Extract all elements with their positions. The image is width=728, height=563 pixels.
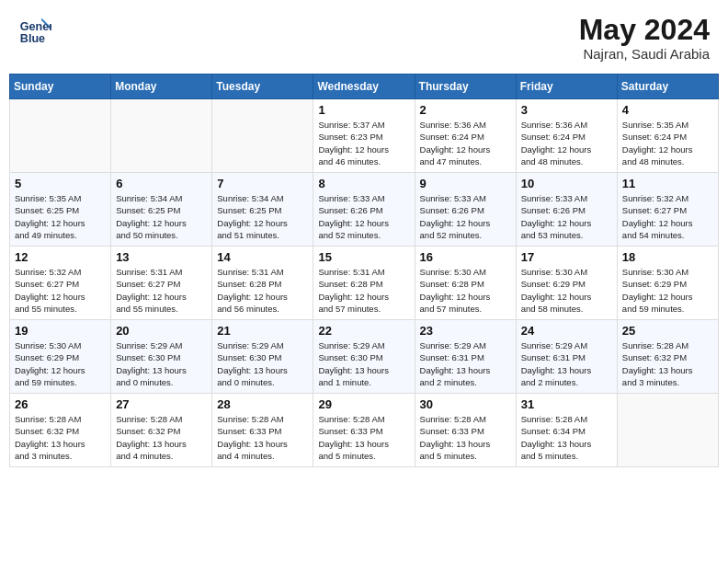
calendar-cell: 18Sunrise: 5:30 AMSunset: 6:29 PMDayligh… — [617, 247, 718, 320]
svg-text:Blue: Blue — [20, 32, 45, 45]
day-info: Sunrise: 5:30 AMSunset: 6:29 PMDaylight:… — [521, 266, 612, 315]
day-number: 16 — [420, 250, 511, 264]
calendar-cell: 24Sunrise: 5:29 AMSunset: 6:31 PMDayligh… — [516, 320, 617, 394]
day-number: 8 — [318, 177, 409, 190]
day-info: Sunrise: 5:30 AMSunset: 6:29 PMDaylight:… — [15, 339, 106, 388]
day-info: Sunrise: 5:34 AMSunset: 6:25 PMDaylight:… — [116, 192, 207, 241]
day-number: 14 — [217, 250, 308, 264]
calendar-cell: 30Sunrise: 5:28 AMSunset: 6:33 PMDayligh… — [415, 394, 516, 467]
location-subtitle: Najran, Saudi Arabia — [579, 46, 710, 62]
day-info: Sunrise: 5:28 AMSunset: 6:33 PMDaylight:… — [420, 413, 511, 462]
calendar-cell: 17Sunrise: 5:30 AMSunset: 6:29 PMDayligh… — [516, 247, 617, 320]
weekday-header-tuesday: Tuesday — [212, 75, 313, 99]
day-info: Sunrise: 5:36 AMSunset: 6:24 PMDaylight:… — [521, 119, 612, 167]
day-number: 20 — [116, 324, 207, 338]
day-number: 7 — [217, 177, 308, 190]
calendar-week-4: 19Sunrise: 5:30 AMSunset: 6:29 PMDayligh… — [10, 320, 719, 394]
day-info: Sunrise: 5:29 AMSunset: 6:30 PMDaylight:… — [116, 339, 207, 388]
weekday-header-monday: Monday — [111, 75, 212, 99]
day-number: 17 — [521, 250, 612, 264]
day-info: Sunrise: 5:29 AMSunset: 6:30 PMDaylight:… — [318, 339, 409, 388]
calendar-cell: 15Sunrise: 5:31 AMSunset: 6:28 PMDayligh… — [313, 247, 415, 320]
calendar-week-5: 26Sunrise: 5:28 AMSunset: 6:32 PMDayligh… — [10, 394, 719, 467]
day-number: 9 — [420, 177, 511, 190]
calendar-cell: 11Sunrise: 5:32 AMSunset: 6:27 PMDayligh… — [617, 173, 718, 247]
day-number: 24 — [521, 324, 612, 338]
calendar-cell: 8Sunrise: 5:33 AMSunset: 6:26 PMDaylight… — [313, 173, 415, 247]
day-info: Sunrise: 5:28 AMSunset: 6:32 PMDaylight:… — [622, 339, 713, 388]
day-info: Sunrise: 5:30 AMSunset: 6:28 PMDaylight:… — [420, 266, 511, 315]
day-number: 2 — [420, 103, 511, 117]
weekday-header-wednesday: Wednesday — [313, 75, 415, 99]
page-header: General Blue May 2024 Najran, Saudi Arab… — [9, 9, 719, 66]
calendar-cell: 25Sunrise: 5:28 AMSunset: 6:32 PMDayligh… — [617, 320, 718, 394]
day-number: 28 — [217, 397, 308, 411]
day-number: 18 — [622, 250, 713, 264]
calendar-cell: 31Sunrise: 5:28 AMSunset: 6:34 PMDayligh… — [516, 394, 617, 467]
day-number: 31 — [521, 397, 612, 411]
day-number: 19 — [15, 324, 106, 338]
calendar-cell: 10Sunrise: 5:33 AMSunset: 6:26 PMDayligh… — [516, 173, 617, 247]
calendar-cell: 7Sunrise: 5:34 AMSunset: 6:25 PMDaylight… — [212, 173, 313, 247]
calendar-cell: 26Sunrise: 5:28 AMSunset: 6:32 PMDayligh… — [10, 394, 111, 467]
title-area: May 2024 Najran, Saudi Arabia — [579, 14, 710, 62]
day-number: 15 — [318, 250, 409, 264]
month-title: May 2024 — [579, 14, 710, 46]
day-number: 6 — [116, 177, 207, 190]
calendar-cell: 3Sunrise: 5:36 AMSunset: 6:24 PMDaylight… — [516, 99, 617, 173]
calendar-cell: 2Sunrise: 5:36 AMSunset: 6:24 PMDaylight… — [415, 99, 516, 173]
day-number: 21 — [217, 324, 308, 338]
calendar-cell: 13Sunrise: 5:31 AMSunset: 6:27 PMDayligh… — [111, 247, 212, 320]
day-info: Sunrise: 5:30 AMSunset: 6:29 PMDaylight:… — [622, 266, 713, 315]
calendar-week-1: 1Sunrise: 5:37 AMSunset: 6:23 PMDaylight… — [10, 99, 719, 173]
calendar-cell: 21Sunrise: 5:29 AMSunset: 6:30 PMDayligh… — [212, 320, 313, 394]
weekday-header-friday: Friday — [516, 75, 617, 99]
weekday-header-thursday: Thursday — [415, 75, 516, 99]
day-info: Sunrise: 5:32 AMSunset: 6:27 PMDaylight:… — [622, 192, 713, 241]
calendar-cell: 28Sunrise: 5:28 AMSunset: 6:33 PMDayligh… — [212, 394, 313, 467]
day-number: 11 — [622, 177, 713, 190]
day-info: Sunrise: 5:34 AMSunset: 6:25 PMDaylight:… — [217, 192, 308, 241]
weekday-header-row: SundayMondayTuesdayWednesdayThursdayFrid… — [10, 75, 719, 99]
calendar-cell: 23Sunrise: 5:29 AMSunset: 6:31 PMDayligh… — [415, 320, 516, 394]
day-number: 3 — [521, 103, 612, 117]
day-info: Sunrise: 5:29 AMSunset: 6:30 PMDaylight:… — [217, 339, 308, 388]
day-number: 26 — [15, 397, 106, 411]
calendar-cell: 6Sunrise: 5:34 AMSunset: 6:25 PMDaylight… — [111, 173, 212, 247]
day-number: 4 — [622, 103, 713, 117]
day-info: Sunrise: 5:37 AMSunset: 6:23 PMDaylight:… — [318, 119, 409, 167]
day-info: Sunrise: 5:28 AMSunset: 6:32 PMDaylight:… — [116, 413, 207, 462]
day-number: 22 — [318, 324, 409, 338]
calendar-week-2: 5Sunrise: 5:35 AMSunset: 6:25 PMDaylight… — [10, 173, 719, 247]
calendar-cell: 14Sunrise: 5:31 AMSunset: 6:28 PMDayligh… — [212, 247, 313, 320]
day-info: Sunrise: 5:28 AMSunset: 6:33 PMDaylight:… — [217, 413, 308, 462]
calendar-week-3: 12Sunrise: 5:32 AMSunset: 6:27 PMDayligh… — [10, 247, 719, 320]
calendar-cell — [10, 99, 111, 173]
day-info: Sunrise: 5:31 AMSunset: 6:28 PMDaylight:… — [217, 266, 308, 315]
day-info: Sunrise: 5:33 AMSunset: 6:26 PMDaylight:… — [318, 192, 409, 241]
day-number: 27 — [116, 397, 207, 411]
day-number: 12 — [15, 250, 106, 264]
calendar-cell: 22Sunrise: 5:29 AMSunset: 6:30 PMDayligh… — [313, 320, 415, 394]
calendar-cell — [617, 394, 718, 467]
day-info: Sunrise: 5:35 AMSunset: 6:24 PMDaylight:… — [622, 119, 713, 167]
logo: General Blue — [18, 14, 51, 47]
calendar-cell: 12Sunrise: 5:32 AMSunset: 6:27 PMDayligh… — [10, 247, 111, 320]
day-number: 13 — [116, 250, 207, 264]
calendar-cell: 4Sunrise: 5:35 AMSunset: 6:24 PMDaylight… — [617, 99, 718, 173]
calendar-table: SundayMondayTuesdayWednesdayThursdayFrid… — [9, 74, 719, 467]
logo-icon: General Blue — [18, 14, 51, 47]
weekday-header-saturday: Saturday — [617, 75, 718, 99]
day-info: Sunrise: 5:33 AMSunset: 6:26 PMDaylight:… — [420, 192, 511, 241]
day-info: Sunrise: 5:29 AMSunset: 6:31 PMDaylight:… — [420, 339, 511, 388]
day-info: Sunrise: 5:29 AMSunset: 6:31 PMDaylight:… — [521, 339, 612, 388]
calendar-cell: 20Sunrise: 5:29 AMSunset: 6:30 PMDayligh… — [111, 320, 212, 394]
day-number: 23 — [420, 324, 511, 338]
calendar-cell — [111, 99, 212, 173]
day-number: 30 — [420, 397, 511, 411]
day-number: 29 — [318, 397, 409, 411]
calendar-cell: 19Sunrise: 5:30 AMSunset: 6:29 PMDayligh… — [10, 320, 111, 394]
day-number: 25 — [622, 324, 713, 338]
calendar-cell: 1Sunrise: 5:37 AMSunset: 6:23 PMDaylight… — [313, 99, 415, 173]
calendar-cell: 29Sunrise: 5:28 AMSunset: 6:33 PMDayligh… — [313, 394, 415, 467]
